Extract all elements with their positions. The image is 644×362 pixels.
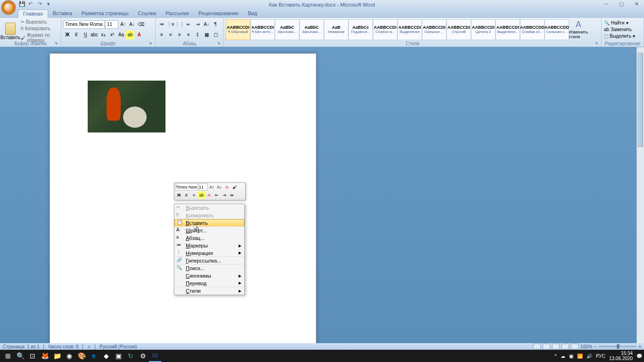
subscript-button[interactable]: x₂ xyxy=(99,31,107,39)
tab-review[interactable]: Рецензирование xyxy=(194,9,243,18)
align-left-button[interactable]: ≡ xyxy=(157,31,166,39)
styles-launcher[interactable]: ⬊ xyxy=(595,41,600,46)
redo-icon[interactable]: ↷ xyxy=(38,1,45,8)
clear-format-icon[interactable]: ⌫ xyxy=(137,20,145,29)
italic-button[interactable]: К xyxy=(72,31,81,39)
zoom-slider-thumb[interactable] xyxy=(617,344,619,349)
show-marks-button[interactable]: ¶ xyxy=(211,20,220,29)
style-item[interactable]: AABBCCDDСлабая сс... xyxy=(520,19,545,40)
line-spacing-button[interactable]: ‡ xyxy=(193,31,202,39)
maximize-button[interactable]: ▢ xyxy=(616,1,627,8)
context-menu-item[interactable]: Перевод▶ xyxy=(174,280,244,287)
font-color-button[interactable]: A xyxy=(135,31,143,39)
tray-app-icon[interactable]: ▣ xyxy=(569,354,573,359)
superscript-button[interactable]: x² xyxy=(108,31,116,39)
find-button[interactable]: 🔍Найти▾ xyxy=(603,20,636,26)
web-layout-view[interactable] xyxy=(552,344,560,349)
style-item[interactable]: AABBCCDI¶ Обычный xyxy=(226,19,250,40)
edge-icon[interactable]: e xyxy=(88,350,100,362)
change-case-button[interactable]: Aa xyxy=(117,31,125,39)
style-item[interactable]: AABBCCDIСтрогий xyxy=(446,19,471,40)
shrink-font-icon[interactable]: A↓ xyxy=(128,20,136,29)
close-button[interactable]: ✕ xyxy=(631,1,642,8)
tray-volume-icon[interactable]: 🔊 xyxy=(586,354,592,359)
mini-color-button[interactable]: A xyxy=(206,191,213,198)
vertical-scrollbar[interactable] xyxy=(636,47,644,343)
indent-button[interactable]: ⇥ xyxy=(193,20,202,29)
style-item[interactable]: AABBCCDIСильное ... xyxy=(422,19,446,40)
app-icon-1[interactable]: ▣ xyxy=(112,350,124,362)
align-center-button[interactable]: ≡ xyxy=(166,31,175,39)
tab-references[interactable]: Ссылки xyxy=(133,9,161,18)
mini-bullets-button[interactable]: ≔ xyxy=(228,191,235,198)
cut-button[interactable]: ✂Вырезать xyxy=(20,19,59,25)
context-menu-item[interactable]: ⋮Нумерация▶ xyxy=(174,249,244,257)
office-button[interactable] xyxy=(1,0,16,15)
highlight-button[interactable]: ab xyxy=(126,31,134,39)
context-menu-item[interactable]: 🔗Гиперссылка... xyxy=(174,257,244,264)
multilevel-button[interactable]: ⋮⋮ xyxy=(175,20,184,29)
style-item[interactable]: AABBCCDIВыделение xyxy=(397,19,422,40)
minimize-button[interactable]: ─ xyxy=(601,1,612,8)
context-menu-item[interactable]: AШрифт... xyxy=(174,227,244,234)
font-size-select[interactable] xyxy=(105,20,118,29)
style-item[interactable]: AABBCCDDСильная с... xyxy=(545,19,569,40)
mini-italic-button[interactable]: К xyxy=(183,191,190,198)
mini-bold-button[interactable]: Ж xyxy=(175,191,182,198)
context-menu-item[interactable]: Стили▶ xyxy=(174,287,244,295)
mini-painter-icon[interactable]: 🖌 xyxy=(231,183,238,190)
outdent-button[interactable]: ⇤ xyxy=(184,20,193,29)
mini-center-button[interactable]: ≡ xyxy=(190,191,198,198)
font-family-select[interactable] xyxy=(63,20,105,29)
save-icon[interactable]: 💾 xyxy=(19,1,26,8)
firefox-icon[interactable]: 🦊 xyxy=(39,350,51,362)
mini-shrink-icon[interactable]: A↓ xyxy=(216,183,223,190)
mini-styles-icon[interactable]: A xyxy=(223,183,231,190)
word-taskbar-icon[interactable]: W xyxy=(149,350,161,362)
status-page[interactable]: Страница: 1 из 1 xyxy=(3,344,40,349)
scrollbar-thumb[interactable] xyxy=(638,53,643,147)
align-right-button[interactable]: ≡ xyxy=(175,31,184,39)
styles-gallery[interactable]: AABBCCDI¶ ОбычныйAABBCCDI¶ Без инте...Aa… xyxy=(226,19,569,40)
draft-view[interactable] xyxy=(571,344,578,349)
zoom-level[interactable]: 100% xyxy=(580,344,593,349)
change-styles-button[interactable]: A Изменить стили xyxy=(570,19,587,40)
status-spell-icon[interactable]: ✓ xyxy=(87,344,91,349)
task-view-icon[interactable]: ⊡ xyxy=(26,350,39,362)
avast-icon[interactable]: ◆ xyxy=(100,350,112,362)
style-item[interactable]: AABBCCDIЦитата 2 xyxy=(471,19,495,40)
tab-view[interactable]: Вид xyxy=(243,9,262,18)
status-language[interactable]: Русский (Россия) xyxy=(99,344,137,349)
mini-grow-icon[interactable]: A↑ xyxy=(208,183,215,190)
taskbar-clock[interactable]: 15:34 13.06.2020 xyxy=(609,351,633,361)
font-launcher[interactable]: ⬊ xyxy=(149,41,154,46)
qat-dropdown-icon[interactable]: ▾ xyxy=(47,1,55,8)
sort-button[interactable]: A↓ xyxy=(202,20,211,29)
bold-button[interactable]: Ж xyxy=(63,31,72,39)
style-item[interactable]: AaBbCЗаголово... xyxy=(275,19,299,40)
style-item[interactable]: AABBCCDIСлабое в... xyxy=(373,19,397,40)
context-menu-item[interactable]: 🔍Поиск... xyxy=(174,264,244,272)
borders-button[interactable]: ▢ xyxy=(211,31,220,39)
select-button[interactable]: ⬚Выделить▾ xyxy=(603,33,636,39)
shading-button[interactable]: ▦ xyxy=(202,31,211,39)
context-menu-item[interactable]: ≔Маркеры▶ xyxy=(174,242,244,249)
replace-button[interactable]: abЗаменить xyxy=(603,26,636,33)
tray-lang-icon[interactable]: РУС xyxy=(596,354,605,359)
grow-font-icon[interactable]: A↑ xyxy=(119,20,127,29)
tray-onedrive-icon[interactable]: ☁ xyxy=(561,354,565,359)
print-layout-view[interactable] xyxy=(533,344,541,349)
start-button[interactable]: ⊞ xyxy=(2,350,14,362)
justify-button[interactable]: ≡ xyxy=(184,31,193,39)
inserted-image[interactable] xyxy=(88,81,165,132)
copy-button[interactable]: ⎘Копировать xyxy=(20,25,59,32)
context-menu-item[interactable]: ≡Абзац... xyxy=(174,234,244,242)
mini-size-select[interactable] xyxy=(198,183,208,190)
tray-network-icon[interactable]: 📶 xyxy=(577,354,583,359)
app-icon-2[interactable]: ↻ xyxy=(124,350,137,362)
full-screen-view[interactable] xyxy=(543,344,550,349)
notifications-icon[interactable]: 💬 xyxy=(636,354,642,359)
outline-view[interactable] xyxy=(561,344,569,349)
tray-chevron-icon[interactable]: ^ xyxy=(554,354,557,359)
undo-icon[interactable]: ↶ xyxy=(28,1,36,8)
